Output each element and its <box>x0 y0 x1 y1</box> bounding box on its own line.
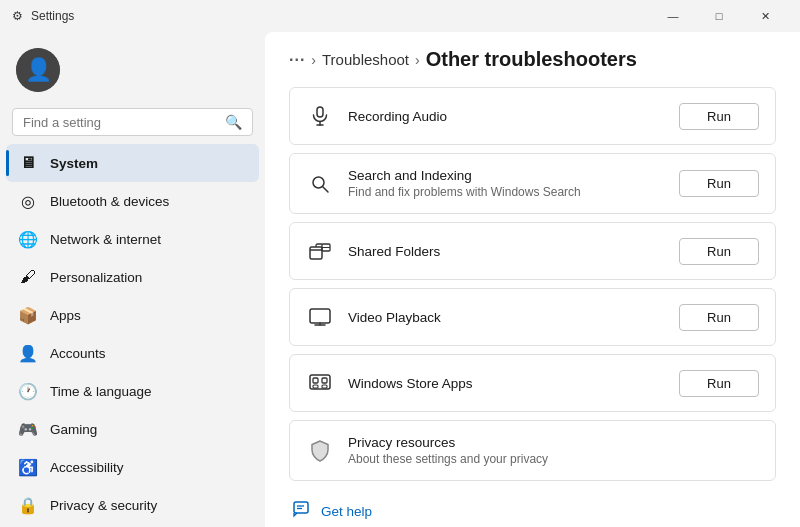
sidebar-item-label-accessibility: Accessibility <box>50 460 124 475</box>
breadcrumb-sep-2: › <box>415 52 420 68</box>
troubleshooter-item-privacy-resources: Privacy resourcesAbout these settings an… <box>289 420 776 481</box>
app-title: Settings <box>31 9 74 23</box>
svg-rect-0 <box>317 107 323 117</box>
svg-rect-16 <box>294 502 308 513</box>
sidebar-item-accessibility[interactable]: ♿Accessibility <box>6 448 259 486</box>
search-box[interactable]: 🔍 <box>12 108 253 136</box>
avatar-inner: 👤 <box>16 48 60 92</box>
recording-audio-icon <box>306 102 334 130</box>
sidebar-item-label-network: Network & internet <box>50 232 161 247</box>
main-content: ··· › Troubleshoot › Other troubleshoote… <box>265 32 800 527</box>
search-indexing-run-button[interactable]: Run <box>679 170 759 197</box>
app-body: 👤 🔍 🖥System◎Bluetooth & devices🌐Network … <box>0 32 800 527</box>
shared-folders-icon <box>306 237 334 265</box>
sidebar-item-label-gaming: Gaming <box>50 422 97 437</box>
privacy-resources-text: Privacy resourcesAbout these settings an… <box>348 435 759 466</box>
sidebar-item-privacy[interactable]: 🔒Privacy & security <box>6 486 259 519</box>
sidebar-item-accounts[interactable]: 👤Accounts <box>6 334 259 372</box>
troubleshooter-item-windows-store-apps: Windows Store AppsRun <box>289 354 776 412</box>
sidebar-item-label-system: System <box>50 156 98 171</box>
system-icon: 🖥 <box>18 153 38 173</box>
recording-audio-run-button[interactable]: Run <box>679 103 759 130</box>
sidebar: 👤 🔍 🖥System◎Bluetooth & devices🌐Network … <box>0 32 265 527</box>
recording-audio-title: Recording Audio <box>348 109 665 124</box>
breadcrumb-sep-1: › <box>311 52 316 68</box>
windows-store-apps-text: Windows Store Apps <box>348 376 665 391</box>
maximize-button[interactable]: □ <box>696 0 742 32</box>
troubleshooter-item-recording-audio: Recording AudioRun <box>289 87 776 145</box>
bluetooth-icon: ◎ <box>18 191 38 211</box>
settings-icon: ⚙ <box>12 9 23 23</box>
sidebar-item-apps[interactable]: 📦Apps <box>6 296 259 334</box>
privacy-icon: 🔒 <box>18 495 38 515</box>
search-indexing-text: Search and IndexingFind and fix problems… <box>348 168 665 199</box>
search-indexing-title: Search and Indexing <box>348 168 665 183</box>
time-icon: 🕐 <box>18 381 38 401</box>
network-icon: 🌐 <box>18 229 38 249</box>
apps-icon: 📦 <box>18 305 38 325</box>
sidebar-item-bluetooth[interactable]: ◎Bluetooth & devices <box>6 182 259 220</box>
title-bar-controls: — □ ✕ <box>650 0 788 32</box>
nav-list: 🖥System◎Bluetooth & devices🌐Network & in… <box>0 144 265 519</box>
search-indexing-icon <box>306 170 334 198</box>
recording-audio-text: Recording Audio <box>348 109 665 124</box>
sidebar-profile: 👤 <box>0 32 265 104</box>
sidebar-item-label-personalization: Personalization <box>50 270 142 285</box>
svg-rect-5 <box>310 247 322 259</box>
shared-folders-title: Shared Folders <box>348 244 665 259</box>
svg-rect-12 <box>313 378 318 383</box>
video-playback-title: Video Playback <box>348 310 665 325</box>
breadcrumb: ··· › Troubleshoot › Other troubleshoote… <box>265 32 800 83</box>
privacy-resources-icon <box>306 437 334 465</box>
svg-point-3 <box>313 177 324 188</box>
sidebar-item-gaming[interactable]: 🎮Gaming <box>6 410 259 448</box>
search-input[interactable] <box>23 115 217 130</box>
troubleshooter-item-shared-folders: Shared FoldersRun <box>289 222 776 280</box>
title-bar-left: ⚙ Settings <box>12 9 74 23</box>
privacy-resources-subtitle: About these settings and your privacy <box>348 452 759 466</box>
video-playback-run-button[interactable]: Run <box>679 304 759 331</box>
svg-line-4 <box>323 187 328 192</box>
avatar-person-icon: 👤 <box>25 57 52 83</box>
search-indexing-subtitle: Find and fix problems with Windows Searc… <box>348 185 665 199</box>
minimize-button[interactable]: — <box>650 0 696 32</box>
close-button[interactable]: ✕ <box>742 0 788 32</box>
get-help-label: Get help <box>321 504 372 519</box>
troubleshooter-item-video-playback: Video PlaybackRun <box>289 288 776 346</box>
svg-rect-15 <box>322 385 327 388</box>
get-help-icon <box>293 499 313 524</box>
svg-rect-14 <box>313 385 318 388</box>
shared-folders-run-button[interactable]: Run <box>679 238 759 265</box>
sidebar-item-label-time: Time & language <box>50 384 152 399</box>
get-help-link[interactable]: Get help <box>289 489 776 527</box>
breadcrumb-link[interactable]: Troubleshoot <box>322 51 409 68</box>
breadcrumb-current: Other troubleshooters <box>426 48 637 71</box>
avatar: 👤 <box>16 48 60 92</box>
shared-folders-text: Shared Folders <box>348 244 665 259</box>
windows-store-apps-run-button[interactable]: Run <box>679 370 759 397</box>
accessibility-icon: ♿ <box>18 457 38 477</box>
sidebar-item-network[interactable]: 🌐Network & internet <box>6 220 259 258</box>
video-playback-text: Video Playback <box>348 310 665 325</box>
video-playback-icon <box>306 303 334 331</box>
gaming-icon: 🎮 <box>18 419 38 439</box>
windows-store-apps-title: Windows Store Apps <box>348 376 665 391</box>
sidebar-item-label-privacy: Privacy & security <box>50 498 157 513</box>
title-bar: ⚙ Settings — □ ✕ <box>0 0 800 32</box>
breadcrumb-dots[interactable]: ··· <box>289 51 305 69</box>
privacy-resources-title: Privacy resources <box>348 435 759 450</box>
sidebar-item-personalization[interactable]: 🖌Personalization <box>6 258 259 296</box>
sidebar-item-label-apps: Apps <box>50 308 81 323</box>
svg-rect-13 <box>322 378 327 383</box>
accounts-icon: 👤 <box>18 343 38 363</box>
sidebar-item-label-accounts: Accounts <box>50 346 106 361</box>
svg-rect-8 <box>310 309 330 323</box>
windows-store-apps-icon <box>306 369 334 397</box>
sidebar-item-time[interactable]: 🕐Time & language <box>6 372 259 410</box>
content-scroll: Recording AudioRun Search and IndexingFi… <box>265 83 800 527</box>
troubleshooter-item-search-indexing: Search and IndexingFind and fix problems… <box>289 153 776 214</box>
personalization-icon: 🖌 <box>18 267 38 287</box>
search-icon: 🔍 <box>225 114 242 130</box>
sidebar-item-system[interactable]: 🖥System <box>6 144 259 182</box>
sidebar-item-label-bluetooth: Bluetooth & devices <box>50 194 169 209</box>
